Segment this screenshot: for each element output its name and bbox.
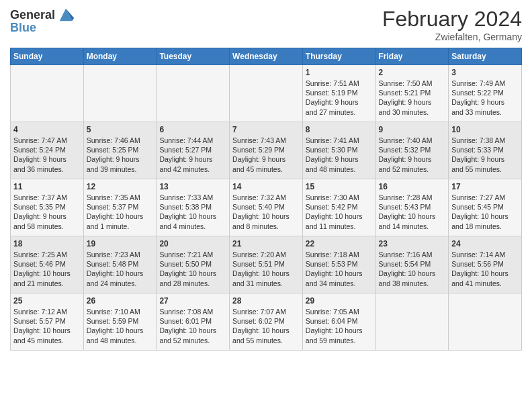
day-number: 15 (306, 182, 373, 191)
weekday-tuesday: Tuesday (157, 48, 230, 65)
day-info: Sunrise: 7:21 AMSunset: 5:50 PMDaylight:… (159, 250, 226, 288)
day-info: Sunrise: 7:37 AMSunset: 5:35 PMDaylight:… (13, 193, 81, 231)
day-cell: 1Sunrise: 7:51 AMSunset: 5:19 PMDaylight… (302, 65, 375, 122)
day-cell: 25Sunrise: 7:12 AMSunset: 5:57 PMDayligh… (11, 293, 84, 351)
page-header: General Blue February 2024 Zwiefalten, G… (10, 7, 522, 42)
day-number: 12 (87, 182, 154, 191)
day-info: Sunrise: 7:40 AMSunset: 5:32 PMDaylight:… (379, 136, 446, 174)
day-cell: 3Sunrise: 7:49 AMSunset: 5:22 PMDaylight… (449, 65, 522, 122)
title-block: February 2024 Zwiefalten, Germany (382, 7, 522, 42)
day-cell: 2Sunrise: 7:50 AMSunset: 5:21 PMDaylight… (375, 65, 449, 122)
weekday-header-row: SundayMondayTuesdayWednesdayThursdayFrid… (11, 48, 522, 65)
day-info: Sunrise: 7:32 AMSunset: 5:40 PMDaylight:… (232, 193, 300, 231)
day-info: Sunrise: 7:46 AMSunset: 5:25 PMDaylight:… (87, 136, 154, 174)
day-number: 8 (306, 125, 373, 134)
day-info: Sunrise: 7:27 AMSunset: 5:45 PMDaylight:… (451, 193, 519, 231)
day-info: Sunrise: 7:25 AMSunset: 5:46 PMDaylight:… (13, 250, 81, 288)
day-cell: 6Sunrise: 7:44 AMSunset: 5:27 PMDaylight… (157, 122, 230, 179)
day-number: 25 (13, 296, 81, 306)
day-cell: 8Sunrise: 7:41 AMSunset: 5:30 PMDaylight… (302, 122, 375, 179)
day-number: 28 (232, 296, 300, 306)
day-number: 6 (159, 125, 226, 134)
day-info: Sunrise: 7:43 AMSunset: 5:29 PMDaylight:… (232, 136, 300, 174)
logo: General Blue (10, 7, 75, 35)
logo-text: General (10, 9, 55, 22)
day-number: 9 (379, 125, 446, 134)
day-info: Sunrise: 7:14 AMSunset: 5:56 PMDaylight:… (451, 250, 519, 288)
day-number: 13 (159, 182, 226, 191)
week-row-4: 18Sunrise: 7:25 AMSunset: 5:46 PMDayligh… (11, 236, 522, 293)
day-cell: 23Sunrise: 7:16 AMSunset: 5:54 PMDayligh… (375, 236, 449, 293)
logo-blue-text: Blue (10, 21, 36, 35)
day-cell: 22Sunrise: 7:18 AMSunset: 5:53 PMDayligh… (302, 236, 375, 293)
day-cell: 29Sunrise: 7:05 AMSunset: 6:04 PMDayligh… (302, 293, 375, 351)
day-cell: 10Sunrise: 7:38 AMSunset: 5:33 PMDayligh… (449, 122, 522, 179)
day-cell: 20Sunrise: 7:21 AMSunset: 5:50 PMDayligh… (157, 236, 230, 293)
logo-icon (56, 5, 75, 24)
day-number: 20 (159, 239, 226, 248)
day-cell (11, 65, 84, 122)
day-cell: 7Sunrise: 7:43 AMSunset: 5:29 PMDaylight… (230, 122, 303, 179)
day-cell: 9Sunrise: 7:40 AMSunset: 5:32 PMDaylight… (375, 122, 449, 179)
day-number: 22 (306, 239, 373, 248)
day-info: Sunrise: 7:47 AMSunset: 5:24 PMDaylight:… (13, 136, 81, 174)
day-cell: 21Sunrise: 7:20 AMSunset: 5:51 PMDayligh… (230, 236, 303, 293)
weekday-friday: Friday (375, 48, 449, 65)
day-info: Sunrise: 7:49 AMSunset: 5:22 PMDaylight:… (451, 79, 519, 117)
day-info: Sunrise: 7:20 AMSunset: 5:51 PMDaylight:… (232, 250, 300, 288)
day-info: Sunrise: 7:12 AMSunset: 5:57 PMDaylight:… (13, 307, 81, 345)
day-info: Sunrise: 7:05 AMSunset: 6:04 PMDaylight:… (306, 307, 373, 345)
day-info: Sunrise: 7:23 AMSunset: 5:48 PMDaylight:… (87, 250, 154, 288)
day-cell: 26Sunrise: 7:10 AMSunset: 5:59 PMDayligh… (83, 293, 157, 351)
day-number: 27 (159, 296, 226, 306)
weekday-saturday: Saturday (449, 48, 522, 65)
location: Zwiefalten, Germany (382, 32, 522, 42)
day-cell (83, 65, 157, 122)
day-info: Sunrise: 7:28 AMSunset: 5:43 PMDaylight:… (379, 193, 446, 231)
day-number: 17 (451, 182, 519, 191)
week-row-2: 4Sunrise: 7:47 AMSunset: 5:24 PMDaylight… (11, 122, 522, 179)
day-info: Sunrise: 7:44 AMSunset: 5:27 PMDaylight:… (159, 136, 226, 174)
day-info: Sunrise: 7:41 AMSunset: 5:30 PMDaylight:… (306, 136, 373, 174)
day-number: 21 (232, 239, 300, 248)
day-cell: 18Sunrise: 7:25 AMSunset: 5:46 PMDayligh… (11, 236, 84, 293)
day-number: 23 (379, 239, 446, 248)
day-number: 14 (232, 182, 300, 191)
day-cell: 5Sunrise: 7:46 AMSunset: 5:25 PMDaylight… (83, 122, 157, 179)
weekday-thursday: Thursday (302, 48, 375, 65)
day-cell: 19Sunrise: 7:23 AMSunset: 5:48 PMDayligh… (83, 236, 157, 293)
day-info: Sunrise: 7:51 AMSunset: 5:19 PMDaylight:… (306, 79, 373, 117)
day-cell: 28Sunrise: 7:07 AMSunset: 6:02 PMDayligh… (230, 293, 303, 351)
day-cell (449, 293, 522, 351)
day-number: 7 (232, 125, 300, 134)
day-number: 19 (87, 239, 154, 248)
day-info: Sunrise: 7:18 AMSunset: 5:53 PMDaylight:… (306, 250, 373, 288)
day-info: Sunrise: 7:33 AMSunset: 5:38 PMDaylight:… (159, 193, 226, 231)
day-info: Sunrise: 7:38 AMSunset: 5:33 PMDaylight:… (451, 136, 519, 174)
day-number: 3 (451, 68, 519, 77)
day-number: 11 (13, 182, 81, 191)
day-number: 18 (13, 239, 81, 248)
day-cell: 24Sunrise: 7:14 AMSunset: 5:56 PMDayligh… (449, 236, 522, 293)
day-cell: 12Sunrise: 7:35 AMSunset: 5:37 PMDayligh… (83, 179, 157, 236)
day-number: 16 (379, 182, 446, 191)
day-cell: 13Sunrise: 7:33 AMSunset: 5:38 PMDayligh… (157, 179, 230, 236)
day-cell: 17Sunrise: 7:27 AMSunset: 5:45 PMDayligh… (449, 179, 522, 236)
day-cell: 4Sunrise: 7:47 AMSunset: 5:24 PMDaylight… (11, 122, 84, 179)
weekday-sunday: Sunday (11, 48, 84, 65)
weekday-monday: Monday (83, 48, 157, 65)
day-info: Sunrise: 7:07 AMSunset: 6:02 PMDaylight:… (232, 307, 300, 345)
day-cell: 11Sunrise: 7:37 AMSunset: 5:35 PMDayligh… (11, 179, 84, 236)
day-info: Sunrise: 7:35 AMSunset: 5:37 PMDaylight:… (87, 193, 154, 231)
month-title: February 2024 (382, 7, 522, 32)
day-cell (230, 65, 303, 122)
day-info: Sunrise: 7:30 AMSunset: 5:42 PMDaylight:… (306, 193, 373, 231)
day-number: 29 (306, 296, 373, 306)
day-cell: 15Sunrise: 7:30 AMSunset: 5:42 PMDayligh… (302, 179, 375, 236)
day-info: Sunrise: 7:08 AMSunset: 6:01 PMDaylight:… (159, 307, 226, 345)
day-number: 2 (379, 68, 446, 77)
day-number: 4 (13, 125, 81, 134)
day-cell: 14Sunrise: 7:32 AMSunset: 5:40 PMDayligh… (230, 179, 303, 236)
day-cell: 27Sunrise: 7:08 AMSunset: 6:01 PMDayligh… (157, 293, 230, 351)
week-row-1: 1Sunrise: 7:51 AMSunset: 5:19 PMDaylight… (11, 65, 522, 122)
